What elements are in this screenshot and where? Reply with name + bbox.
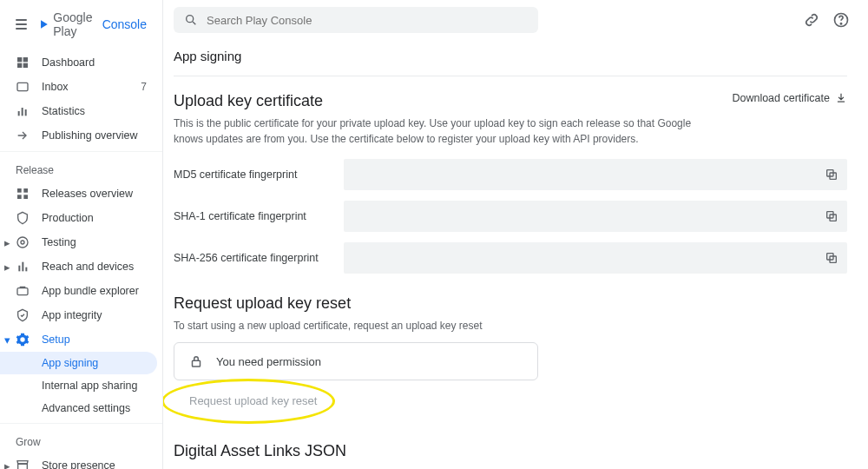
sidebar-item-label: Store presence — [42, 459, 147, 469]
search-input[interactable] — [207, 14, 528, 27]
sidebar-item-production[interactable]: Production — [0, 206, 162, 230]
testing-icon — [16, 235, 30, 249]
sidebar-item-releases-overview[interactable]: Releases overview — [0, 182, 162, 206]
svg-rect-6 — [22, 108, 23, 116]
section-upload-certificate: Upload key certificate This is the publi… — [174, 92, 847, 274]
inbox-badge: 7 — [141, 81, 147, 93]
section-title: Digital Asset Links JSON — [174, 442, 847, 460]
sidebar-item-statistics[interactable]: Statistics — [0, 99, 162, 123]
sidebar-item-testing[interactable]: ▸ Testing — [0, 230, 162, 254]
sidebar-item-label: Testing — [42, 236, 147, 248]
sidebar-item-app-integrity[interactable]: App integrity — [0, 303, 162, 327]
menu-icon[interactable] — [16, 19, 27, 30]
topbar — [163, 0, 868, 38]
svg-rect-16 — [25, 268, 27, 272]
chevron-right-icon[interactable]: ▸ — [2, 460, 12, 469]
svg-rect-5 — [18, 111, 20, 116]
fingerprint-label: SHA-1 certificate fingerprint — [174, 210, 330, 222]
sidebar-item-label: App integrity — [42, 309, 147, 321]
fingerprint-row-sha256: SHA-256 certificate fingerprint — [174, 242, 847, 274]
link-icon[interactable] — [802, 10, 821, 30]
section-description: This is the public certificate for your … — [174, 116, 712, 147]
production-icon — [16, 211, 30, 225]
svg-rect-3 — [23, 63, 28, 68]
sidebar: Google Play Console Dashboard Inbox 7 St… — [0, 0, 163, 469]
sidebar-sub-app-signing[interactable]: App signing — [0, 352, 157, 374]
section-digital-asset-links: Digital Asset Links JSON To associate yo… — [174, 442, 847, 469]
inbox-icon — [16, 80, 30, 94]
sidebar-item-label: Reach and devices — [42, 261, 147, 273]
download-label: Download certificate — [732, 92, 830, 104]
fingerprint-row-sha1: SHA-1 certificate fingerprint — [174, 201, 847, 232]
sidebar-item-app-bundle[interactable]: App bundle explorer — [0, 279, 162, 303]
reach-icon — [16, 260, 30, 274]
sidebar-item-publishing-overview[interactable]: Publishing overview — [0, 123, 162, 148]
chevron-down-icon[interactable]: ▾ — [2, 334, 12, 345]
chevron-right-icon[interactable]: ▸ — [2, 237, 12, 248]
svg-point-12 — [21, 241, 24, 244]
statistics-icon — [16, 104, 30, 118]
copy-icon — [825, 251, 838, 265]
svg-point-18 — [187, 16, 194, 23]
dashboard-icon — [16, 56, 30, 69]
sidebar-item-store-presence[interactable]: ▸ Store presence — [0, 453, 162, 469]
svg-rect-17 — [17, 288, 28, 295]
sidebar-sub-internal-sharing[interactable]: Internal app sharing — [0, 374, 162, 397]
releases-icon — [16, 187, 30, 201]
svg-rect-27 — [193, 360, 201, 367]
brand-text-1: Google Play — [53, 10, 98, 38]
brand-text-2: Console — [102, 17, 147, 31]
bundle-icon — [16, 284, 30, 298]
svg-rect-11 — [23, 195, 28, 199]
help-icon[interactable] — [832, 10, 851, 30]
fingerprint-value-box — [344, 159, 847, 190]
sidebar-item-label: App bundle explorer — [42, 285, 147, 297]
chevron-right-icon[interactable]: ▸ — [2, 261, 12, 272]
sidebar-item-label: Dashboard — [42, 56, 147, 69]
nav-heading-release: Release — [0, 155, 162, 182]
copy-button[interactable] — [823, 208, 840, 225]
svg-rect-1 — [23, 57, 28, 62]
publishing-icon — [16, 129, 30, 142]
sidebar-item-label: Statistics — [42, 105, 147, 117]
svg-rect-9 — [23, 188, 28, 193]
fingerprint-label: MD5 certificate fingerprint — [174, 168, 330, 181]
search-icon — [184, 13, 198, 27]
copy-button[interactable] — [823, 249, 840, 267]
svg-point-20 — [840, 23, 841, 24]
section-description: To associate your app with a website dom… — [174, 466, 833, 469]
svg-rect-15 — [22, 262, 23, 272]
section-title: Upload key certificate — [174, 92, 712, 110]
search-box[interactable] — [174, 7, 538, 33]
play-icon — [39, 17, 49, 32]
copy-icon — [825, 168, 838, 182]
section-title: Request upload key reset — [174, 294, 847, 313]
sidebar-sub-advanced-settings[interactable]: Advanced settings — [0, 397, 162, 419]
section-key-reset: Request upload key reset To start using … — [174, 294, 847, 411]
brand-area: Google Play Console — [0, 0, 162, 47]
sidebar-item-label: Production — [42, 212, 147, 224]
sidebar-item-dashboard[interactable]: Dashboard — [0, 50, 162, 75]
fingerprint-label: SHA-256 certificate fingerprint — [174, 252, 330, 264]
sidebar-item-inbox[interactable]: Inbox 7 — [0, 75, 162, 99]
sidebar-item-setup[interactable]: ▾ Setup — [0, 327, 162, 352]
gear-icon — [16, 333, 30, 347]
fingerprint-value-box — [344, 201, 847, 232]
svg-rect-7 — [25, 109, 27, 116]
fingerprint-row-md5: MD5 certificate fingerprint — [174, 159, 847, 190]
brand-logo[interactable]: Google Play Console — [39, 10, 147, 38]
fingerprint-value-box — [344, 242, 847, 274]
request-reset-button[interactable]: Request upload key reset — [187, 391, 319, 411]
sidebar-item-reach-devices[interactable]: ▸ Reach and devices — [0, 254, 162, 279]
sidebar-item-label: Releases overview — [42, 188, 147, 200]
copy-icon — [825, 209, 838, 223]
svg-rect-0 — [17, 57, 22, 62]
download-certificate-link[interactable]: Download certificate — [732, 92, 847, 104]
lock-icon — [188, 353, 204, 369]
copy-button[interactable] — [823, 166, 840, 183]
page-title: App signing — [174, 42, 847, 76]
sidebar-item-label: Setup — [42, 334, 147, 346]
content-area: App signing Upload key certificate This … — [163, 38, 868, 469]
integrity-icon — [16, 308, 30, 322]
svg-rect-8 — [17, 188, 22, 193]
